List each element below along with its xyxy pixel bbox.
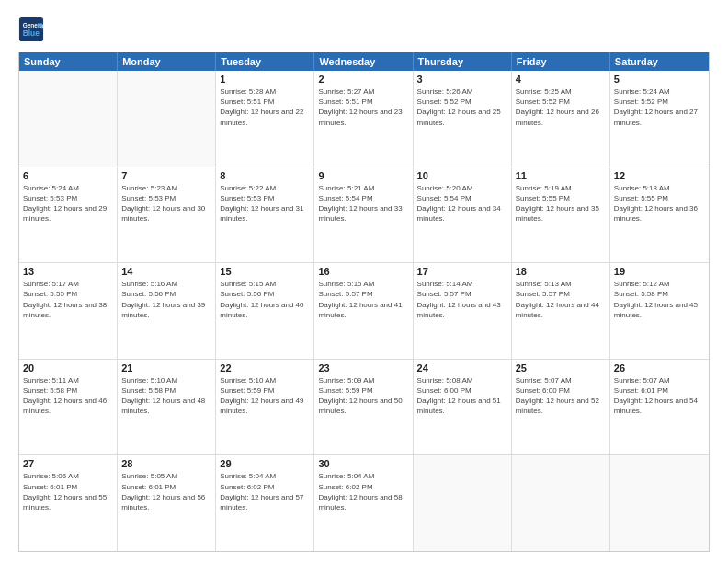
calendar-row: 1Sunrise: 5:28 AM Sunset: 5:51 PM Daylig… <box>19 71 709 167</box>
calendar-cell: 2Sunrise: 5:27 AM Sunset: 5:51 PM Daylig… <box>314 71 413 167</box>
day-number: 1 <box>220 74 310 85</box>
cell-info: Sunrise: 5:08 AM Sunset: 6:00 PM Dayligh… <box>417 375 507 417</box>
cell-info: Sunrise: 5:22 AM Sunset: 5:53 PM Dayligh… <box>220 183 310 224</box>
day-number: 25 <box>516 362 606 373</box>
calendar-cell: 24Sunrise: 5:08 AM Sunset: 6:00 PM Dayli… <box>414 360 512 455</box>
calendar: SundayMondayTuesdayWednesdayThursdayFrid… <box>18 52 710 552</box>
cell-info: Sunrise: 5:16 AM Sunset: 5:56 PM Dayligh… <box>121 279 211 320</box>
day-number: 8 <box>220 170 310 181</box>
calendar-cell: 29Sunrise: 5:04 AM Sunset: 6:02 PM Dayli… <box>216 455 314 551</box>
calendar-cell: 26Sunrise: 5:07 AM Sunset: 6:01 PM Dayli… <box>610 360 709 455</box>
day-number: 26 <box>614 362 705 373</box>
cell-info: Sunrise: 5:18 AM Sunset: 5:55 PM Dayligh… <box>614 183 705 224</box>
calendar-page: General Blue SundayMondayTuesdayWednesda… <box>0 0 728 563</box>
day-number: 11 <box>516 170 606 181</box>
calendar-cell: 19Sunrise: 5:12 AM Sunset: 5:58 PM Dayli… <box>610 263 709 359</box>
calendar-cell: 3Sunrise: 5:26 AM Sunset: 5:52 PM Daylig… <box>414 71 512 167</box>
day-number: 30 <box>318 458 408 469</box>
weekday-header: Sunday <box>19 52 118 71</box>
calendar-cell: 23Sunrise: 5:09 AM Sunset: 5:59 PM Dayli… <box>314 360 413 455</box>
calendar-cell <box>19 71 118 167</box>
day-number: 5 <box>614 74 705 85</box>
cell-info: Sunrise: 5:05 AM Sunset: 6:01 PM Dayligh… <box>121 471 211 512</box>
cell-info: Sunrise: 5:07 AM Sunset: 6:00 PM Dayligh… <box>516 375 606 417</box>
day-number: 29 <box>220 458 310 469</box>
cell-info: Sunrise: 5:27 AM Sunset: 5:51 PM Dayligh… <box>318 86 408 128</box>
calendar-cell: 14Sunrise: 5:16 AM Sunset: 5:56 PM Dayli… <box>118 263 216 359</box>
day-number: 28 <box>121 458 211 469</box>
calendar-body: 1Sunrise: 5:28 AM Sunset: 5:51 PM Daylig… <box>19 71 709 551</box>
day-number: 18 <box>516 266 606 277</box>
calendar-row: 6Sunrise: 5:24 AM Sunset: 5:53 PM Daylig… <box>19 167 709 264</box>
day-number: 2 <box>318 74 408 85</box>
cell-info: Sunrise: 5:28 AM Sunset: 5:51 PM Dayligh… <box>220 86 310 128</box>
header: General Blue <box>18 17 710 42</box>
cell-info: Sunrise: 5:11 AM Sunset: 5:58 PM Dayligh… <box>23 375 113 417</box>
cell-info: Sunrise: 5:19 AM Sunset: 5:55 PM Dayligh… <box>516 183 606 224</box>
calendar-cell: 1Sunrise: 5:28 AM Sunset: 5:51 PM Daylig… <box>216 71 314 167</box>
calendar-cell: 16Sunrise: 5:15 AM Sunset: 5:57 PM Dayli… <box>314 263 413 359</box>
calendar-cell <box>512 455 610 551</box>
calendar-cell <box>414 455 512 551</box>
calendar-cell: 12Sunrise: 5:18 AM Sunset: 5:55 PM Dayli… <box>610 167 709 263</box>
logo-icon: General Blue <box>18 17 44 42</box>
weekday-header: Thursday <box>414 52 512 71</box>
cell-info: Sunrise: 5:13 AM Sunset: 5:57 PM Dayligh… <box>516 279 606 320</box>
cell-info: Sunrise: 5:21 AM Sunset: 5:54 PM Dayligh… <box>318 183 408 224</box>
logo: General Blue <box>18 17 48 42</box>
calendar-header: SundayMondayTuesdayWednesdayThursdayFrid… <box>19 52 709 71</box>
day-number: 10 <box>417 170 507 181</box>
day-number: 21 <box>121 362 211 373</box>
calendar-row: 13Sunrise: 5:17 AM Sunset: 5:55 PM Dayli… <box>19 263 709 360</box>
calendar-cell: 28Sunrise: 5:05 AM Sunset: 6:01 PM Dayli… <box>118 455 216 551</box>
calendar-cell: 30Sunrise: 5:04 AM Sunset: 6:02 PM Dayli… <box>314 455 413 551</box>
day-number: 14 <box>121 266 211 277</box>
cell-info: Sunrise: 5:06 AM Sunset: 6:01 PM Dayligh… <box>23 471 113 512</box>
cell-info: Sunrise: 5:15 AM Sunset: 5:56 PM Dayligh… <box>220 279 310 320</box>
cell-info: Sunrise: 5:12 AM Sunset: 5:58 PM Dayligh… <box>614 279 705 320</box>
cell-info: Sunrise: 5:17 AM Sunset: 5:55 PM Dayligh… <box>23 279 113 320</box>
day-number: 13 <box>23 266 113 277</box>
day-number: 20 <box>23 362 113 373</box>
calendar-cell: 7Sunrise: 5:23 AM Sunset: 5:53 PM Daylig… <box>118 167 216 263</box>
cell-info: Sunrise: 5:07 AM Sunset: 6:01 PM Dayligh… <box>614 375 705 417</box>
cell-info: Sunrise: 5:25 AM Sunset: 5:52 PM Dayligh… <box>516 86 606 128</box>
calendar-cell: 21Sunrise: 5:10 AM Sunset: 5:58 PM Dayli… <box>118 360 216 455</box>
day-number: 15 <box>220 266 310 277</box>
calendar-cell: 9Sunrise: 5:21 AM Sunset: 5:54 PM Daylig… <box>314 167 413 263</box>
calendar-cell: 8Sunrise: 5:22 AM Sunset: 5:53 PM Daylig… <box>216 167 314 263</box>
day-number: 9 <box>318 170 408 181</box>
calendar-cell: 5Sunrise: 5:24 AM Sunset: 5:52 PM Daylig… <box>610 71 709 167</box>
cell-info: Sunrise: 5:09 AM Sunset: 5:59 PM Dayligh… <box>318 375 408 417</box>
cell-info: Sunrise: 5:14 AM Sunset: 5:57 PM Dayligh… <box>417 279 507 320</box>
cell-info: Sunrise: 5:10 AM Sunset: 5:58 PM Dayligh… <box>121 375 211 417</box>
cell-info: Sunrise: 5:04 AM Sunset: 6:02 PM Dayligh… <box>318 471 408 512</box>
calendar-cell: 13Sunrise: 5:17 AM Sunset: 5:55 PM Dayli… <box>19 263 118 359</box>
weekday-header: Tuesday <box>216 52 314 71</box>
cell-info: Sunrise: 5:23 AM Sunset: 5:53 PM Dayligh… <box>121 183 211 224</box>
cell-info: Sunrise: 5:10 AM Sunset: 5:59 PM Dayligh… <box>220 375 310 417</box>
cell-info: Sunrise: 5:26 AM Sunset: 5:52 PM Dayligh… <box>417 86 507 128</box>
day-number: 4 <box>516 74 606 85</box>
day-number: 23 <box>318 362 408 373</box>
weekday-header: Saturday <box>610 52 709 71</box>
weekday-header: Monday <box>118 52 216 71</box>
day-number: 27 <box>23 458 113 469</box>
calendar-cell: 22Sunrise: 5:10 AM Sunset: 5:59 PM Dayli… <box>216 360 314 455</box>
calendar-cell: 6Sunrise: 5:24 AM Sunset: 5:53 PM Daylig… <box>19 167 118 263</box>
day-number: 16 <box>318 266 408 277</box>
calendar-cell: 20Sunrise: 5:11 AM Sunset: 5:58 PM Dayli… <box>19 360 118 455</box>
calendar-row: 20Sunrise: 5:11 AM Sunset: 5:58 PM Dayli… <box>19 360 709 456</box>
cell-info: Sunrise: 5:20 AM Sunset: 5:54 PM Dayligh… <box>417 183 507 224</box>
calendar-cell: 17Sunrise: 5:14 AM Sunset: 5:57 PM Dayli… <box>414 263 512 359</box>
calendar-cell: 15Sunrise: 5:15 AM Sunset: 5:56 PM Dayli… <box>216 263 314 359</box>
cell-info: Sunrise: 5:15 AM Sunset: 5:57 PM Dayligh… <box>318 279 408 320</box>
day-number: 6 <box>23 170 113 181</box>
day-number: 17 <box>417 266 507 277</box>
cell-info: Sunrise: 5:24 AM Sunset: 5:53 PM Dayligh… <box>23 183 113 224</box>
calendar-cell: 10Sunrise: 5:20 AM Sunset: 5:54 PM Dayli… <box>414 167 512 263</box>
calendar-row: 27Sunrise: 5:06 AM Sunset: 6:01 PM Dayli… <box>19 455 709 551</box>
cell-info: Sunrise: 5:24 AM Sunset: 5:52 PM Dayligh… <box>614 86 705 128</box>
weekday-header: Wednesday <box>314 52 413 71</box>
day-number: 22 <box>220 362 310 373</box>
